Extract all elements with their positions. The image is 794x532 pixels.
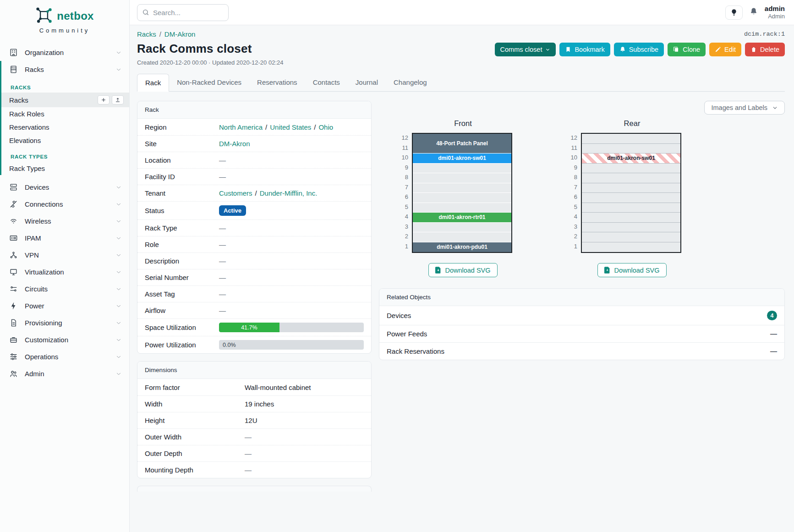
bookmark-button[interactable]: Bookmark [559,43,610,56]
attr-value: — [219,307,364,314]
site-link[interactable]: DM-Akron [219,140,250,148]
tab-reservations[interactable]: Reservations [249,74,305,92]
chevron-down-icon [772,105,778,111]
clone-label: Clone [683,46,700,53]
rack-device-router[interactable]: dmi01-akron-rtr01 [413,213,511,223]
rack-unit-label: 7 [398,182,408,192]
related-row-devices[interactable]: Devices 4 [379,306,784,325]
network-nodes-icon [9,251,18,259]
progress-label: 41.7% [241,324,257,331]
sidebar-item-circuits[interactable]: Circuits [0,280,129,297]
theme-toggle-button[interactable] [725,5,743,20]
sidebar-item-label: Racks [25,66,44,73]
delete-button[interactable]: Delete [745,43,785,56]
images-labels-label: Images and Labels [711,104,767,111]
sidebar-item-label: IPAM [25,234,41,242]
sidebar-item-rack-roles[interactable]: Rack Roles [1,107,129,121]
rack-unit-label: 8 [567,172,577,182]
rack-device-switch-rear[interactable]: dmi01-akron-sw01 [582,154,680,164]
sidebar-item-connections[interactable]: Connections [0,196,129,213]
attr-value: — [219,241,364,248]
attr-row-status: Status Active [137,201,371,219]
lightbulb-icon [730,9,738,16]
attr-label: Form factor [145,384,245,391]
sidebar-item-customization[interactable]: Customization [0,331,129,348]
tab-rack[interactable]: Rack [137,74,169,92]
attr-value: — [219,257,364,265]
tenant-link[interactable]: Dunder-Mifflin, Inc. [260,189,318,197]
notifications-button[interactable] [750,7,758,17]
user-menu[interactable]: admin Admin [765,5,785,20]
attr-row-asset-tag: Asset Tag — [137,285,371,302]
tab-journal[interactable]: Journal [348,74,386,92]
related-row-rack-reservations[interactable]: Rack Reservations — [379,342,784,360]
rack-unit-label: 6 [567,192,577,202]
subscribe-button[interactable]: Subscribe [614,43,664,56]
search-input[interactable] [153,9,222,16]
related-objects-title: Related Objects [379,289,784,306]
chevron-down-icon [115,269,122,275]
tab-changelog[interactable]: Changelog [386,74,435,92]
chevron-down-icon [115,371,122,377]
rack-device-switch[interactable]: dmi01-akron-sw01 [413,154,511,164]
tenant-group-link[interactable]: Customers [219,189,252,197]
edit-button[interactable]: Edit [709,43,741,56]
brand-subtitle: Community [0,27,129,34]
rack-unit-label: 3 [567,222,577,232]
sidebar-item-admin[interactable]: Admin [0,365,129,382]
attr-row-rack-type: Rack Type — [137,219,371,236]
sidebar: netbox Community Organization Racks RACK… [0,0,130,532]
rack-device-pdu[interactable]: dmi01-akron-pdu01 [413,242,511,252]
breadcrumb-link-racks[interactable]: Racks [137,30,156,38]
rack-unit-label: 2 [398,231,408,241]
tab-contacts[interactable]: Contacts [305,74,348,92]
rack-device-patch-panel[interactable]: 48-Port Patch Panel [413,134,511,154]
power-utilization-bar: 0.0% [219,340,364,350]
brand[interactable]: netbox Community [0,0,129,38]
sidebar-item-elevations[interactable]: Elevations [1,134,129,147]
empty-slot-u9 [582,164,680,174]
import-rack-button[interactable] [112,95,124,104]
empty-slot-u8 [582,173,680,183]
sidebar-item-racks-list[interactable]: Racks [1,93,129,107]
breadcrumb-link-site[interactable]: DM-Akron [164,30,196,38]
region-link[interactable]: North America [219,123,263,131]
attr-label: Height [145,417,245,424]
bookmark-label: Bookmark [575,46,604,53]
chevron-down-icon [115,303,122,309]
sidebar-item-vpn[interactable]: VPN [0,247,129,263]
sidebar-item-power[interactable]: Power [0,297,129,314]
sidebar-item-label: Power [25,302,44,310]
sidebar-item-wireless[interactable]: Wireless [0,213,129,230]
region-link[interactable]: Ohio [318,123,333,131]
attr-row-region: Region North America/United States/Ohio [137,119,371,135]
status-dropdown-button[interactable]: Comms closet [495,43,556,56]
tab-non-racked-devices[interactable]: Non-Racked Devices [169,74,249,92]
attr-label: Airflow [145,307,219,314]
sidebar-item-operations[interactable]: Operations [0,348,129,365]
attr-value: — [245,466,364,474]
add-rack-button[interactable] [98,95,110,104]
sidebar-item-provisioning[interactable]: Provisioning [0,314,129,331]
clone-button[interactable]: Clone [668,43,706,56]
sidebar-item-rack-types[interactable]: Rack Types [1,162,129,175]
sidebar-item-racks[interactable]: Racks [1,61,129,78]
related-objects-panel: Related Objects Devices 4 Power Feeds — … [379,288,785,360]
sidebar-item-reservations[interactable]: Reservations [1,121,129,134]
download-svg-front-button[interactable]: Download SVG [428,263,497,277]
devices-count-badge: 4 [767,311,777,320]
sidebar-item-organization[interactable]: Organization [0,44,129,61]
bookmark-icon [565,46,571,53]
bell-plus-icon [619,46,626,53]
download-svg-rear-button[interactable]: Download SVG [597,263,666,277]
empty-slot-u5 [582,203,680,213]
images-labels-dropdown[interactable]: Images and Labels [704,101,785,115]
related-row-power-feeds[interactable]: Power Feeds — [379,325,784,342]
edit-label: Edit [724,46,736,53]
sidebar-item-virtualization[interactable]: Virtualization [0,263,129,280]
sidebar-item-ipam[interactable]: IPAM [0,230,129,247]
sidebar-item-devices[interactable]: Devices [0,179,129,196]
attr-label: Description [145,257,219,265]
region-link[interactable]: United States [270,123,311,131]
briefcase-icon [9,335,18,344]
